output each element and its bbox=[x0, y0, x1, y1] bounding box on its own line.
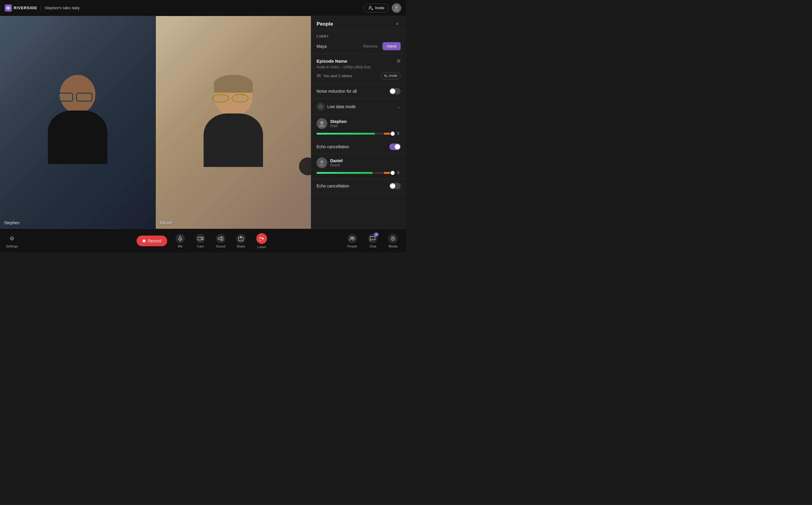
mic-button[interactable]: Mic bbox=[173, 232, 187, 250]
logo-text: RIVERSIDE bbox=[14, 6, 37, 10]
svg-point-8 bbox=[319, 74, 321, 76]
daniel-name: Daniel bbox=[330, 158, 343, 163]
svg-point-3 bbox=[370, 6, 371, 8]
toolbar: ⚙ Settings Record Mic bbox=[0, 229, 406, 252]
invite-button[interactable]: Invite bbox=[364, 4, 389, 12]
video-panel-daniel: Daniel bbox=[156, 16, 311, 229]
logo: RIVERSIDE bbox=[5, 4, 37, 12]
record-control: Record bbox=[136, 235, 167, 246]
low-data-label: Low data mode bbox=[327, 104, 356, 109]
svg-rect-17 bbox=[198, 237, 201, 240]
lobby-label: Lobby bbox=[316, 34, 401, 38]
viewers-icon bbox=[316, 74, 321, 77]
audio-track-daniel[interactable] bbox=[316, 172, 394, 174]
sound-button[interactable]: Sound bbox=[214, 232, 228, 250]
close-panel-button[interactable]: × bbox=[394, 20, 401, 28]
invite-label: Invite bbox=[375, 6, 384, 10]
echo-toggle-knob-stephen bbox=[395, 144, 400, 149]
daniel-mic-icon[interactable]: 🎙 bbox=[397, 171, 401, 175]
stephen-mic-icon[interactable]: 🎙 bbox=[397, 131, 401, 136]
svg-marker-18 bbox=[219, 236, 222, 240]
chat-button[interactable]: 2 Chat bbox=[366, 232, 380, 250]
svg-point-9 bbox=[385, 74, 386, 76]
echo-cancellation-daniel-label: Echo cancellation bbox=[316, 184, 349, 188]
echo-cancellation-stephen-section: Echo cancellation bbox=[311, 140, 406, 154]
participant-daniel-text: Daniel Guest bbox=[330, 158, 343, 167]
stephen-avatar bbox=[316, 118, 327, 129]
svg-point-23 bbox=[392, 238, 394, 239]
daniel-role: Guest bbox=[330, 163, 343, 167]
lobby-person: Maya Remove Admit bbox=[316, 41, 401, 51]
mic-icon bbox=[176, 234, 185, 243]
svg-rect-2 bbox=[9, 7, 10, 9]
cam-button[interactable]: Cam bbox=[193, 232, 208, 250]
admit-button[interactable]: Admit bbox=[383, 42, 401, 50]
episode-header-row: Episode Name ⚙ bbox=[316, 58, 401, 64]
invite-small-label: Invite bbox=[389, 74, 397, 78]
toolbar-center: Record Mic Cam bbox=[136, 231, 269, 250]
panel-header: People × bbox=[311, 16, 406, 31]
daniel-label: Daniel bbox=[160, 220, 172, 225]
remove-button[interactable]: Remove bbox=[361, 43, 380, 50]
header-divider bbox=[41, 5, 41, 11]
media-label: Media bbox=[389, 244, 397, 248]
toggle-knob bbox=[390, 89, 395, 94]
stephen-audio-bar: 🎙 bbox=[316, 131, 401, 136]
noise-reduction-section: Noise reduction for all bbox=[311, 84, 406, 99]
cam-icon bbox=[196, 234, 206, 243]
record-label: Record bbox=[148, 238, 161, 243]
episode-meta: Audio & Video – 1080p (480p live) bbox=[316, 65, 401, 69]
audio-thumb-daniel bbox=[391, 171, 395, 175]
invite-small-button[interactable]: Invite bbox=[381, 72, 401, 79]
svg-point-14 bbox=[320, 160, 323, 163]
svg-rect-1 bbox=[8, 6, 9, 10]
echo-cancellation-daniel-section: Echo cancellation bbox=[311, 179, 406, 193]
cam-label: Cam bbox=[197, 244, 204, 248]
people-button[interactable]: People bbox=[345, 232, 360, 250]
low-data-icon bbox=[316, 103, 325, 111]
svg-point-7 bbox=[317, 74, 319, 76]
header-right: Invite bbox=[364, 3, 401, 13]
audio-track-stephen[interactable] bbox=[316, 133, 394, 135]
lobby-person-name: Maya bbox=[316, 44, 327, 49]
participant-daniel-section: Daniel Guest 🎙 bbox=[311, 154, 406, 179]
settings-button[interactable]: ⚙ Settings bbox=[6, 234, 18, 248]
video-bg-daniel bbox=[156, 16, 311, 229]
record-dot bbox=[142, 239, 145, 242]
daniel-audio-bar: 🎙 bbox=[316, 171, 401, 175]
media-icon bbox=[388, 234, 398, 243]
svg-point-6 bbox=[395, 6, 398, 8]
settings-label: Settings bbox=[6, 244, 18, 248]
share-button[interactable]: Share bbox=[234, 232, 248, 250]
audio-bar-orange-stephen bbox=[384, 133, 390, 135]
svg-point-20 bbox=[351, 237, 352, 238]
episode-name: Episode Name bbox=[316, 58, 347, 63]
audio-bar-green-stephen bbox=[316, 133, 375, 135]
echo-cancellation-stephen-label: Echo cancellation bbox=[316, 144, 349, 149]
viewers-row: You and 2 others Invite bbox=[316, 72, 401, 79]
leave-button[interactable]: Leave bbox=[254, 231, 270, 250]
sound-label: Sound bbox=[216, 244, 226, 248]
participants-count: You and 2 others bbox=[323, 74, 352, 78]
media-button[interactable]: Media bbox=[386, 232, 400, 250]
video-area: Stephen bbox=[0, 16, 311, 229]
echo-cancellation-stephen-toggle[interactable] bbox=[389, 144, 401, 150]
logo-icon bbox=[5, 4, 12, 12]
audio-bar-green-daniel bbox=[316, 172, 372, 174]
echo-cancellation-daniel-toggle[interactable] bbox=[389, 183, 401, 189]
leave-icon bbox=[257, 233, 267, 244]
gear-icon[interactable]: ⚙ bbox=[397, 58, 401, 64]
share-label: Share bbox=[237, 244, 245, 248]
stephen-role: Host bbox=[330, 124, 347, 128]
svg-rect-0 bbox=[7, 7, 7, 9]
lobby-actions: Remove Admit bbox=[361, 42, 401, 50]
participant-stephen-text: Stephen Host bbox=[330, 119, 347, 128]
record-button[interactable]: Record bbox=[136, 235, 167, 246]
lobby-section: Lobby Maya Remove Admit bbox=[311, 31, 406, 54]
chevron-down-icon: ⌄ bbox=[397, 104, 401, 109]
panel-content: Lobby Maya Remove Admit Episode Name ⚙ A… bbox=[311, 31, 406, 229]
leave-label: Leave bbox=[257, 245, 266, 248]
noise-reduction-toggle[interactable] bbox=[389, 88, 401, 95]
low-data-section[interactable]: Low data mode ⌄ bbox=[311, 99, 406, 115]
video-panel-stephen: Stephen bbox=[0, 16, 156, 229]
